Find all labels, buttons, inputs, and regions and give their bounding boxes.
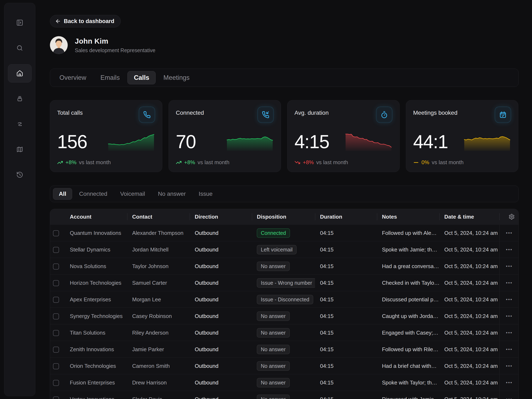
row-checkbox[interactable]: [53, 230, 59, 236]
sidebar-item-route[interactable]: [8, 115, 32, 133]
row-menu-button[interactable]: •••: [506, 230, 513, 236]
disposition-badge: No answer: [257, 378, 290, 387]
column-header-date-time[interactable]: Date & time: [439, 214, 499, 220]
contact-link[interactable]: Casey Robinson: [132, 313, 172, 319]
row-checkbox[interactable]: [53, 247, 59, 253]
table-row[interactable]: Fusion Enterprises Drew Harrison Outboun…: [50, 374, 519, 391]
row-checkbox[interactable]: [53, 363, 59, 369]
column-header-duration[interactable]: Duration: [315, 214, 377, 220]
account-link[interactable]: Zenith Innovations: [70, 346, 114, 352]
tab-emails[interactable]: Emails: [94, 71, 126, 84]
sidebar-item-home[interactable]: [8, 64, 32, 82]
back-to-dashboard-button[interactable]: Back to dashboard: [50, 15, 121, 27]
row-menu-button[interactable]: •••: [506, 363, 513, 369]
account-link[interactable]: Vertex Innovations: [70, 396, 114, 399]
datetime-cell: Oct 5, 2024, 10:24 am: [439, 296, 499, 303]
row-menu-button[interactable]: •••: [506, 264, 513, 269]
table-row[interactable]: Quantum Innovations Alexander Thompson O…: [50, 224, 519, 241]
sidebar-item-map[interactable]: [8, 140, 32, 158]
column-settings-button[interactable]: [499, 214, 519, 220]
filter-connected[interactable]: Connected: [73, 188, 113, 200]
column-header-contact[interactable]: Contact: [127, 214, 190, 220]
account-link[interactable]: Titan Solutions: [70, 329, 105, 336]
filter-all[interactable]: All: [53, 188, 72, 200]
account-link[interactable]: Nova Solutions: [70, 263, 106, 269]
account-link[interactable]: Quantum Innovations: [70, 230, 121, 236]
datetime-cell: Oct 5, 2024, 10:24 am: [439, 313, 499, 319]
direction-cell: Outbound: [190, 346, 252, 353]
row-checkbox[interactable]: [53, 264, 59, 270]
row-menu-button[interactable]: •••: [506, 247, 513, 252]
row-menu-button[interactable]: •••: [506, 297, 513, 302]
account-link[interactable]: Orion Technologies: [70, 363, 116, 369]
filter-no-answer[interactable]: No answer: [152, 188, 192, 200]
row-menu-button[interactable]: •••: [506, 380, 513, 385]
contact-link[interactable]: Riley Anderson: [132, 329, 169, 336]
column-header-account[interactable]: Account: [70, 214, 127, 220]
trend-value: +8%: [65, 159, 76, 166]
tab-overview[interactable]: Overview: [53, 71, 93, 84]
contact-link[interactable]: Jordan Mitchell: [132, 247, 169, 253]
table-row[interactable]: Stellar Dynamics Jordan Mitchell Outboun…: [50, 241, 519, 258]
history-icon: [16, 171, 23, 178]
row-checkbox[interactable]: [53, 380, 59, 386]
column-header-notes[interactable]: Notes: [377, 214, 439, 220]
notes-cell: Spoke with Jamie; th…: [377, 247, 439, 253]
back-button-label: Back to dashboard: [64, 18, 114, 25]
filter-issue[interactable]: Issue: [193, 188, 218, 200]
row-menu-button[interactable]: •••: [506, 397, 513, 399]
table-row[interactable]: Horizon Technologies Samuel Carter Outbo…: [50, 274, 519, 291]
profile-header: John Kim Sales development Representativ…: [50, 36, 519, 54]
contact-link[interactable]: Cameron Smith: [132, 363, 170, 369]
sidebar-item-search[interactable]: [8, 39, 32, 57]
table-row[interactable]: Titan Solutions Riley Anderson Outbound …: [50, 324, 519, 341]
row-menu-button[interactable]: •••: [506, 313, 513, 319]
tab-meetings[interactable]: Meetings: [157, 71, 196, 84]
column-header-direction[interactable]: Direction: [190, 214, 252, 220]
account-link[interactable]: Fusion Enterprises: [70, 380, 115, 386]
contact-link[interactable]: Skylar Davis: [132, 396, 162, 399]
contact-link[interactable]: Jamie Parker: [132, 346, 164, 352]
row-checkbox[interactable]: [53, 347, 59, 353]
sidebar-item-history[interactable]: [8, 166, 32, 184]
sidebar-item-archive[interactable]: [8, 89, 32, 108]
table-row[interactable]: Vertex Innovations Skylar Davis Outbound…: [50, 391, 519, 399]
row-checkbox[interactable]: [53, 330, 59, 336]
row-checkbox[interactable]: [53, 313, 59, 319]
contact-link[interactable]: Alexander Thompson: [132, 230, 184, 236]
duration-cell: 04:15: [315, 280, 377, 286]
account-link[interactable]: Horizon Technologies: [70, 280, 121, 286]
avatar: [50, 36, 68, 54]
table-row[interactable]: Zenith Innovations Jamie Parker Outbound…: [50, 341, 519, 357]
trend-value: 0%: [421, 159, 429, 166]
contact-link[interactable]: Drew Harrison: [132, 380, 167, 386]
sidebar-item-panel-left-open[interactable]: [8, 13, 32, 32]
account-link[interactable]: Apex Enterprises: [70, 296, 111, 303]
filter-voicemail[interactable]: Voicemail: [114, 188, 151, 200]
row-menu-button[interactable]: •••: [506, 330, 513, 336]
stat-card: Total calls 156 +8% vs last month: [50, 100, 162, 172]
table-row[interactable]: Synergy Technologies Casey Robinson Outb…: [50, 308, 519, 324]
datetime-cell: Oct 5, 2024, 10:24 am: [439, 396, 499, 399]
stat-card: Connected 70 +8% vs last month: [169, 100, 281, 172]
disposition-badge: Left voicemail: [257, 245, 297, 254]
contact-link[interactable]: Samuel Carter: [132, 280, 167, 286]
contact-link[interactable]: Taylor Johnson: [132, 263, 169, 269]
tab-calls[interactable]: Calls: [127, 71, 156, 84]
column-header-disposition[interactable]: Disposition: [252, 214, 315, 220]
duration-cell: 04:15: [315, 329, 377, 336]
table-row[interactable]: Apex Enterprises Morgan Lee Outbound Iss…: [50, 291, 519, 308]
row-checkbox[interactable]: [53, 397, 59, 399]
row-checkbox[interactable]: [53, 297, 59, 303]
disposition-badge: Issue - Disconnected: [257, 295, 313, 304]
stat-trend: +8% vs last month: [176, 159, 274, 166]
table-row[interactable]: Orion Technologies Cameron Smith Outboun…: [50, 357, 519, 374]
row-checkbox[interactable]: [53, 280, 59, 286]
table-row[interactable]: Nova Solutions Taylor Johnson Outbound N…: [50, 258, 519, 274]
row-menu-button[interactable]: •••: [506, 347, 513, 352]
stat-value: 4:15: [294, 132, 329, 151]
account-link[interactable]: Stellar Dynamics: [70, 247, 110, 253]
account-link[interactable]: Synergy Technologies: [70, 313, 123, 319]
row-menu-button[interactable]: •••: [506, 280, 513, 285]
contact-link[interactable]: Morgan Lee: [132, 296, 161, 303]
